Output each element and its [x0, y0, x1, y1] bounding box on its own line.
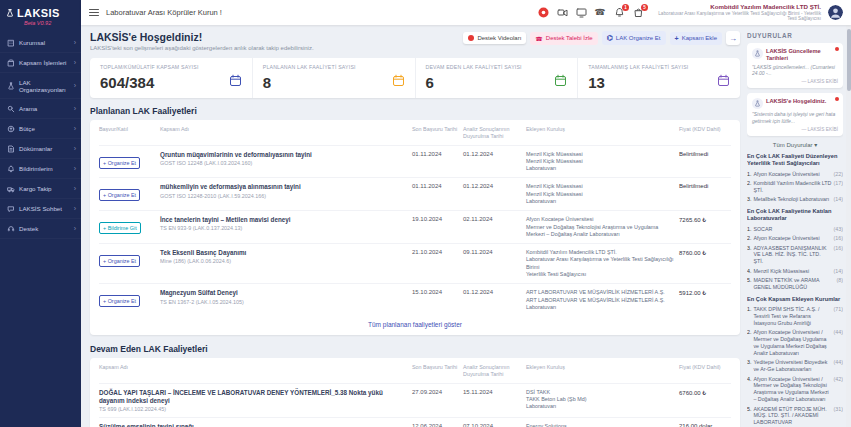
sidebar-item-label: Kapsam İşlemleri	[19, 59, 70, 66]
show-all-planned-link[interactable]: Tüm planlanan faaliyetleri göster	[99, 316, 731, 334]
stat-value: 6	[426, 74, 434, 91]
deadline-date: 21.10.2024	[412, 249, 458, 255]
scope-code: GOST ISO 12248 (LAK.I.03.2024.160)	[160, 160, 402, 166]
hamburger-menu-icon[interactable]	[89, 7, 99, 18]
rank-number: 3.	[747, 196, 751, 203]
ranking-item[interactable]: 1. TAKK DPİM SHS TİC. A.Ş. / Tesvirli Te…	[747, 306, 843, 327]
stat-label: PLANLANAN LAK FAALİYETİ SAYISI	[263, 64, 405, 70]
sidebar-item-butce[interactable]: Bütçe ›	[0, 119, 81, 139]
rank-name: Afyon Kocatepe Üniversitesi / Mermer ve …	[753, 329, 831, 357]
stat-value: 13	[588, 74, 605, 91]
sidebar-item-label: Kurumsal	[19, 39, 70, 46]
announcement-card[interactable]: LAKSİS'e Hoşgeldiniz. "Sistemin daha iyi…	[747, 93, 843, 136]
forward-arrow-button[interactable]: →	[726, 31, 740, 45]
ranking-item[interactable]: 5. MADEN TETKİK ve ARAMA GENEL MÜDÜRLÜĞÜ…	[747, 277, 843, 291]
sidebar-item-label: Bütçe	[19, 125, 70, 132]
rank-name: Metallbek Teknoloji Laboratuvarı	[753, 196, 831, 203]
sidebar-item-dokumanlar[interactable]: Dökümanlar ›	[0, 139, 81, 159]
chevron-right-icon: ›	[74, 59, 76, 66]
page-scrollbar[interactable]	[846, 25, 851, 427]
button-label: Kapsam Ekle	[682, 35, 717, 41]
ranking-item[interactable]: 1. Afyon Kocatepe Üniversitesi (22)	[747, 171, 843, 178]
all-announcements-button[interactable]: Tüm Duyurular ▾	[773, 141, 817, 148]
cart-bag-icon[interactable]: 5	[632, 7, 644, 19]
ranking-item[interactable]: 3. ADYA ASBEST DANIŞMANLIK VE LAB. HİZ. …	[747, 245, 843, 266]
support-videos-button[interactable]: Destek Videoları	[463, 32, 526, 44]
announcement-card[interactable]: LAKSİS Güncelleme Tarihleri "LAKSİS günc…	[747, 43, 843, 88]
notification-badge: 1	[622, 4, 629, 11]
video-camera-icon[interactable]	[556, 7, 568, 19]
stat-ongoing-activities: DEVAM EDEN LAK FAALİYETİ SAYISI 6	[416, 58, 579, 98]
scope-name: DOĞAL YAPI TAŞLARI – İNCELEME VE LABORAT…	[99, 389, 402, 405]
sidebar-item-destek[interactable]: Destek ›	[0, 219, 81, 239]
ranking-item[interactable]: 4. Afyon Kocatepe Üniversitesi / Mermer …	[747, 376, 843, 404]
announcement-title: LAKSİS Güncelleme Tarihleri	[766, 48, 838, 62]
phone-icon[interactable]: ☎	[594, 7, 606, 19]
rank-count: (44)	[834, 329, 843, 357]
notifications-bell-icon[interactable]: 1	[613, 7, 625, 19]
chevron-right-icon: ›	[74, 105, 76, 112]
rank-name: Afyon Kocatepe Üniversitesi	[753, 235, 831, 242]
organizer: Energy Solutions inshtest Laboratuvarı	[526, 423, 674, 427]
organizer: ART LABORATUVAR VE MÜŞAVİRLİK HİZMETLERİ…	[526, 289, 674, 311]
record-icon[interactable]	[537, 7, 549, 19]
sidebar-item-arama[interactable]: Arama ›	[0, 99, 81, 119]
table-header-row: Başvur/Katıl Kapsam Adı Son Başvuru Tari…	[99, 121, 731, 146]
add-scope-button[interactable]: + Kapsam Ekle	[670, 32, 722, 45]
organize-button[interactable]: + Organize Et	[99, 255, 140, 267]
sidebar-item-kurumsal[interactable]: Kurumsal ›	[0, 33, 81, 53]
rank-count: (17)	[834, 180, 843, 194]
ranking-item[interactable]: 2. Afyon Kocatepe Üniversitesi (16)	[747, 235, 843, 242]
price: Belirtilmedi	[679, 151, 731, 157]
search-icon	[7, 105, 15, 113]
rank-name: Afyon Kocatepe Üniversitesi / Mermer ve …	[753, 376, 831, 404]
stat-label: TAMAMLANMIŞ LAK FAALİYETİ SAYISI	[588, 64, 730, 70]
rank-name: Afyon Kocatepe Üniversitesi	[753, 171, 831, 178]
rank-number: 5.	[747, 277, 751, 291]
ranking-item[interactable]: 3. Metallbek Teknoloji Laboratuvarı (14)	[747, 196, 843, 203]
col-deadline: Son Başvuru Tarihi	[412, 364, 458, 371]
sidebar-item-lak-organizasyonlari[interactable]: LAK Organizasyonları ›	[0, 73, 81, 99]
chevron-right-icon: ›	[74, 225, 76, 232]
ranking-item[interactable]: 2. Afyon Kocatepe Üniversitesi / Mermer …	[747, 329, 843, 357]
scope-code: Mine (186) (LAK.0.06.2024.6)	[160, 258, 402, 264]
ranking-item[interactable]: 2. Kombitdil Yazılım Madencilik LTD ŞTİ.…	[747, 180, 843, 194]
scrollbar-thumb[interactable]	[847, 29, 851, 91]
chevron-right-icon: ›	[74, 39, 76, 46]
ongoing-section-title: Devam Eden LAK Faaliyetleri	[90, 344, 740, 354]
lak-organize-button[interactable]: ⌬ LAK Organize Et	[602, 31, 666, 45]
ranking-item[interactable]: 4. Menzil Kiçik Müəssisəsi (14)	[747, 268, 843, 275]
building-icon	[7, 39, 15, 47]
company-name: Kombitdil Yazılım Madencilik LTD ŞTİ.	[651, 3, 821, 11]
sidebar-item-bildirimlerim[interactable]: Bildirimlerim ›	[0, 159, 81, 179]
app-logo[interactable]: LAKSIS	[0, 0, 81, 20]
record-dot-icon	[468, 35, 474, 41]
rank-number: 4.	[747, 376, 751, 404]
ranking-item[interactable]: 1. SOCAR (43)	[747, 226, 843, 233]
organize-button[interactable]: + Organize Et	[99, 189, 140, 201]
sidebar-item-kargo-takip[interactable]: Kargo Takip ›	[0, 179, 81, 199]
sidebar-menu: Kurumsal › Kapsam İşlemleri › LAK Organi…	[0, 33, 81, 239]
organize-button[interactable]: + Organize Et	[99, 157, 140, 169]
organize-button[interactable]: + Organize Et	[99, 295, 140, 307]
chevron-right-icon: ›	[74, 145, 76, 152]
scope-code: TS EN 1367-2 (LAK.I.05.2024.105)	[160, 299, 402, 305]
support-ticket-button[interactable]: ☎ Destek Talebi İzle	[530, 32, 597, 45]
ranking-item[interactable]: 3. Yeditepe Üniversitesi Bioyedtek ve Ar…	[747, 359, 843, 373]
chevron-down-icon: ▾	[814, 142, 817, 148]
scope-name: mühkemliyin ve deformasiya alınmasının t…	[160, 183, 402, 191]
budget-icon	[7, 125, 15, 133]
go-to-notification-button[interactable]: + Bildirime Git	[99, 222, 141, 234]
announce-date: 01.12.2024	[463, 183, 521, 189]
sidebar-item-kapsam-islemleri[interactable]: Kapsam İşlemleri ›	[0, 53, 81, 73]
chevron-right-icon: ›	[74, 82, 76, 89]
screen-share-icon[interactable]	[575, 7, 587, 19]
scope-code: GOST ISO 12248-2010 (LAK.I.59.2024.166)	[160, 193, 402, 199]
button-label: Destek Talebi İzle	[546, 35, 593, 41]
scope-name: Magnezyum Sülfat Deneyi	[160, 289, 402, 297]
company-info: Kombitdil Yazılım Madencilik LTD ŞTİ. La…	[651, 3, 821, 23]
col-org: Ekleyen Kuruluş	[526, 126, 674, 133]
ranking-item[interactable]: 5. AKADEMİ ETÜT PROJE MÜH. MÜŞ. LTD. ŞTİ…	[747, 406, 843, 427]
user-avatar[interactable]	[828, 5, 843, 20]
sidebar-item-laksis-sohbet[interactable]: LAKSİS Sohbet ›	[0, 199, 81, 219]
